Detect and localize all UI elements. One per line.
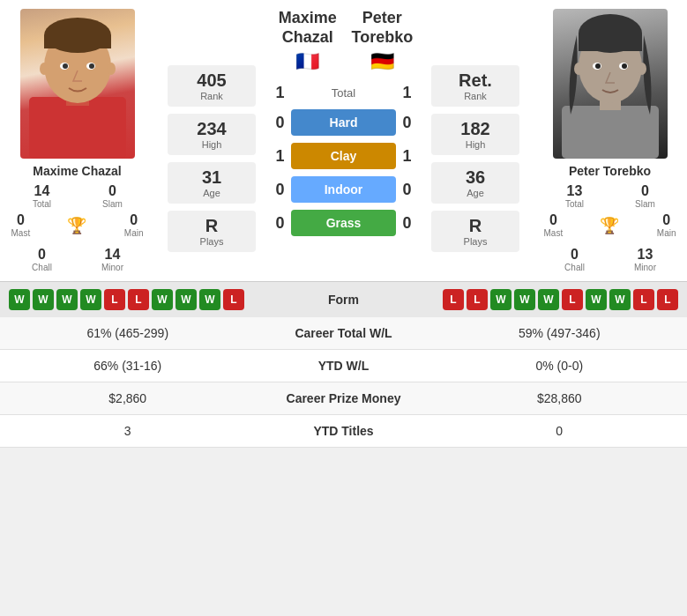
indoor-score-row: 0 Indoor 0 [269,176,418,203]
clay-left-score: 1 [269,147,291,166]
left-main-stat: 0 Main [124,212,144,238]
stats-row-left-value: $2,860 [0,391,256,405]
stats-row-right-value: $28,860 [432,391,688,405]
grass-left-score: 0 [269,214,291,233]
hard-right-score: 0 [396,114,418,132]
svg-point-8 [89,63,94,69]
form-label: Form [300,293,388,307]
clay-button[interactable]: Clay [291,143,396,169]
hard-score-row: 0 Hard 0 [269,109,418,136]
right-total-score: 1 [396,84,418,102]
left-rank-box: 405 Rank [168,65,256,107]
stats-row-label: Career Prize Money [256,391,432,405]
right-player-stats-grid2: 0 Chall 13 Minor [544,247,676,272]
left-player-name: Maxime Chazal [33,164,121,178]
left-form-badges: WWWWLLWWWL [9,289,300,310]
stats-row-right-value: 0 [432,424,688,438]
left-slam-stat: 0 Slam [82,183,144,209]
indoor-right-score: 0 [396,181,418,199]
svg-point-7 [63,63,68,69]
right-high-box: 182 High [431,114,519,155]
right-form-badges: LLWWWLWWLL [388,289,679,310]
left-plays-box: R Plays [168,211,256,252]
hard-button[interactable]: Hard [291,109,396,136]
right-player-stats-grid: 13 Total 0 Slam [544,183,676,209]
indoor-left-score: 0 [269,181,291,199]
right-mast-stat: 0 Mast [544,212,564,238]
svg-rect-4 [44,35,111,48]
left-form-badge: W [56,289,78,310]
stats-row: $2,860Career Prize Money$28,860 [0,382,687,415]
right-center-col: Ret. Rank 182 High 36 Age R Plays [418,0,533,281]
right-form-badge: W [514,289,535,310]
left-form-badge: W [175,289,197,310]
right-form-badge: W [538,289,559,310]
right-rank-box: Ret. Rank [431,65,519,107]
grass-score-row: 0 Grass 0 [269,210,418,236]
stats-row-left-value: 3 [0,424,256,438]
left-total-score: 1 [269,84,291,102]
stats-row-label: YTD Titles [256,424,432,438]
right-plays-box: R Plays [431,211,519,252]
right-name-center: Peter Torebko [347,9,418,47]
stats-row-right-value: 59% (497-346) [432,326,688,340]
right-main-stat: 0 Main [657,212,676,238]
left-trophy-icon: 🏆 [67,216,86,235]
left-form-badge: W [80,289,101,310]
svg-point-9 [40,63,49,75]
left-form-badge: W [33,289,54,310]
indoor-button[interactable]: Indoor [291,176,396,203]
right-total-stat: 13 Total [544,183,606,209]
left-mast-stat: 0 Mast [11,212,31,238]
clay-score-row: 1 Clay 1 [269,143,418,169]
form-section: WWWWLLWWWL Form LLWWWLWWLL [0,281,687,317]
left-form-badge: W [9,289,30,310]
svg-point-20 [574,63,583,75]
total-score-row: 1 Total 1 [269,84,418,102]
left-total-stat: 14 Total [11,183,73,209]
right-form-badge: L [467,289,488,310]
left-chall-stat: 0 Chall [11,247,73,272]
stats-row-left-value: 66% (31-16) [0,359,256,373]
right-trophy-row: 0 Mast 🏆 0 Main [544,209,676,241]
right-form-badge: L [633,289,654,310]
right-minor-stat: 13 Minor [615,247,676,272]
svg-point-21 [638,63,646,75]
top-wrapper: Maxime Chazal 14 Total 0 Slam 0 Mast 🏆 [0,0,687,281]
grass-button[interactable]: Grass [291,210,396,236]
left-flag: 🇫🇷 [269,50,347,73]
right-player-col: Peter Torebko 13 Total 0 Slam 0 Mast 🏆 [533,0,687,281]
svg-rect-11 [562,106,659,159]
stats-row: 66% (31-16)YTD W/L0% (0-0) [0,350,687,382]
left-form-badge: L [104,289,125,310]
stats-row-label: Career Total W/L [256,326,432,340]
stats-row-left-value: 61% (465-299) [0,326,256,340]
right-chall-stat: 0 Chall [544,247,606,272]
svg-rect-15 [579,33,642,51]
right-slam-stat: 0 Slam [615,183,676,209]
right-form-badge: W [586,289,607,310]
left-name-center: Maxime Chazal [269,9,347,47]
stats-row: 61% (465-299)Career Total W/L59% (497-34… [0,317,687,350]
hard-left-score: 0 [269,114,291,132]
left-player-stats-grid: 14 Total 0 Slam [11,183,144,209]
left-center-col: 405 Rank 234 High 31 Age R Plays [154,0,269,281]
left-minor-stat: 14 Minor [82,247,144,272]
right-form-badge: W [490,289,512,310]
svg-point-18 [595,63,601,69]
right-age-box: 36 Age [431,162,519,204]
stats-row-right-value: 0% (0-0) [432,359,688,373]
left-form-badge: W [152,289,173,310]
left-form-badge: W [199,289,220,310]
stats-row-label: YTD W/L [256,359,432,373]
bottom-stats-rows: 61% (465-299)Career Total W/L59% (497-34… [0,317,687,448]
right-trophy-icon: 🏆 [600,216,619,235]
left-form-badge: L [128,289,149,310]
right-flag: 🇩🇪 [347,50,418,73]
left-age-box: 31 Age [168,162,256,204]
left-player-photo [20,9,135,159]
left-high-box: 234 High [168,114,256,155]
clay-right-score: 1 [396,147,418,166]
main-container: Maxime Chazal 14 Total 0 Slam 0 Mast 🏆 [0,0,687,448]
right-player-name: Peter Torebko [569,164,651,178]
